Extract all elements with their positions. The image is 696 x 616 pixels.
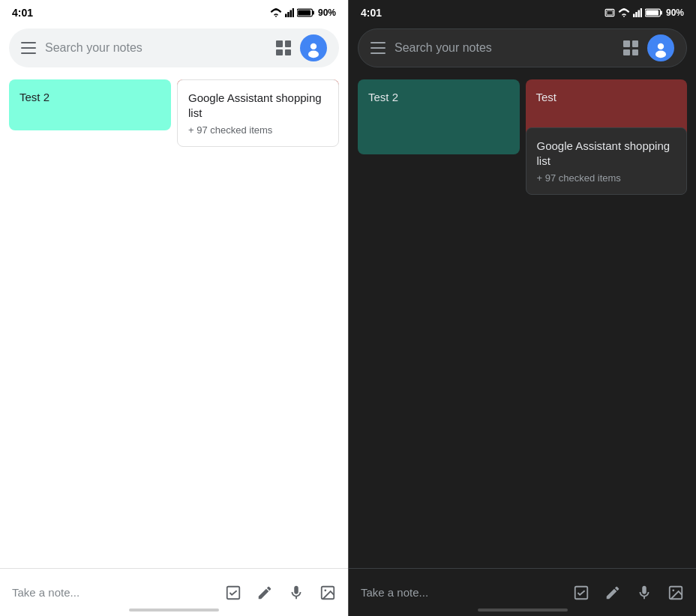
wifi-icon-light <box>270 8 282 17</box>
svg-point-8 <box>308 51 319 58</box>
svg-point-7 <box>310 43 316 49</box>
hamburger-icon-light[interactable] <box>21 42 36 54</box>
status-time-dark: 4:01 <box>361 7 382 19</box>
svg-rect-19 <box>660 11 662 15</box>
signal-icon-light <box>285 8 294 17</box>
wifi-icon-dark <box>618 8 630 17</box>
note-title-shopping-dark: Google Assistant shopping list <box>537 139 670 167</box>
svg-point-11 <box>324 589 326 591</box>
light-phone: 4:01 90% Search your notes <box>0 0 348 616</box>
pencil-icon-light[interactable] <box>256 585 273 601</box>
search-placeholder-light: Search your notes <box>45 41 267 55</box>
svg-point-21 <box>658 43 664 49</box>
hamburger-icon-dark[interactable] <box>370 42 386 54</box>
status-time-light: 4:01 <box>12 7 33 19</box>
status-bar-dark: 4:01 90% <box>349 0 696 22</box>
svg-rect-3 <box>292 8 294 17</box>
notes-grid-dark: Test 2 Test Google Assistant shopping li… <box>349 73 696 201</box>
avatar-dark[interactable] <box>647 34 674 61</box>
note-card-test2-light[interactable]: Test 2 <box>9 79 171 130</box>
note-title-test-dark: Test <box>536 91 557 103</box>
home-indicator-light <box>129 609 219 612</box>
screenshot-indicator-icon <box>604 7 615 18</box>
pencil-icon-dark[interactable] <box>604 585 621 601</box>
image-icon-light[interactable] <box>320 585 336 601</box>
battery-text-light: 90% <box>318 7 336 18</box>
grid-view-icon-light[interactable] <box>276 40 291 55</box>
svg-rect-6 <box>298 10 310 15</box>
note-card-shopping-dark[interactable]: Google Assistant shopping list + 97 chec… <box>526 127 688 195</box>
mic-icon-light[interactable] <box>288 585 304 601</box>
checkbox-icon-light[interactable] <box>225 585 242 601</box>
battery-icon-light <box>297 8 315 17</box>
battery-icon-dark <box>645 8 663 17</box>
take-note-text-light[interactable]: Take a note... <box>12 586 225 599</box>
svg-rect-2 <box>290 10 292 18</box>
status-bar-light: 4:01 90% <box>0 0 348 22</box>
note-subtitle-shopping-light: + 97 checked items <box>188 124 328 136</box>
note-card-shopping-light[interactable]: Google Assistant shopping list + 97 chec… <box>177 79 339 147</box>
toolbar-icons-light <box>225 585 336 601</box>
svg-rect-16 <box>638 10 640 18</box>
status-icons-light: 90% <box>270 7 336 18</box>
image-icon-dark[interactable] <box>668 585 684 601</box>
svg-rect-5 <box>312 11 314 15</box>
battery-text-dark: 90% <box>666 7 684 18</box>
svg-point-25 <box>672 589 674 591</box>
note-title-test2-light: Test 2 <box>20 91 50 103</box>
dark-phone: 4:01 90% <box>348 0 696 616</box>
svg-rect-1 <box>287 12 290 17</box>
avatar-light[interactable] <box>300 34 327 61</box>
note-card-test2-dark[interactable]: Test 2 <box>358 79 520 154</box>
home-indicator-dark <box>478 609 568 612</box>
svg-rect-17 <box>640 8 642 17</box>
avatar-blob-light <box>303 37 324 58</box>
mic-icon-dark[interactable] <box>636 585 652 601</box>
svg-rect-15 <box>635 12 638 17</box>
search-bar-light[interactable]: Search your notes <box>9 28 339 67</box>
checkbox-icon-dark[interactable] <box>573 585 590 601</box>
grid-view-icon-dark[interactable] <box>623 40 638 55</box>
note-title-shopping-light: Google Assistant shopping list <box>188 91 322 119</box>
notes-grid-light: Test 2 Test Google Assistant shopping li… <box>0 73 348 153</box>
signal-icon-dark <box>633 8 642 17</box>
status-icons-dark: 90% <box>604 7 684 18</box>
svg-rect-14 <box>633 14 635 18</box>
svg-rect-0 <box>285 14 287 18</box>
note-title-test2-dark: Test 2 <box>368 91 398 103</box>
toolbar-icons-dark <box>573 585 684 601</box>
svg-rect-20 <box>646 10 658 15</box>
svg-rect-13 <box>607 10 613 15</box>
avatar-blob-dark <box>650 37 671 58</box>
svg-point-22 <box>656 51 666 58</box>
search-placeholder-dark: Search your notes <box>394 41 614 55</box>
search-bar-dark[interactable]: Search your notes <box>358 28 687 67</box>
take-note-text-dark[interactable]: Take a note... <box>361 586 573 599</box>
note-subtitle-shopping-dark: + 97 checked items <box>537 172 676 184</box>
